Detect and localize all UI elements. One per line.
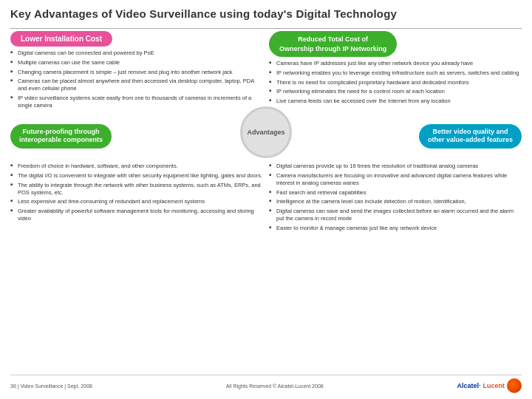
top-section: Lower Installation Cost Digital cameras … — [10, 31, 522, 111]
list-item: Digital cameras can be connected and pow… — [10, 50, 263, 57]
lucent-circle-icon — [507, 378, 522, 393]
list-item: Fast search and retrieval capabilities — [269, 189, 522, 197]
top-divider — [10, 28, 522, 29]
list-item: Cameras can be placed almost anywhere an… — [10, 78, 263, 92]
top-right-section: Reduced Total Cost of Ownership through … — [269, 31, 522, 111]
list-item: Easier to monitor & manage cameras just … — [269, 225, 522, 232]
right-top-bullets: Cameras have IP addresses just like any … — [269, 60, 522, 105]
list-item: The ability to integrate through the net… — [10, 182, 263, 197]
bottom-right-section: Digital cameras provide up to 16 times t… — [269, 163, 522, 372]
list-item: Cameras have IP addresses just like any … — [269, 60, 522, 67]
middle-row: Future-proofing through interoperable co… — [10, 114, 522, 158]
list-item: Less expensive and time-consuming of red… — [10, 198, 263, 205]
list-item: IP video surveillance systems scale easi… — [10, 95, 263, 109]
right-bottom-bullets: Digital cameras provide up to 16 times t… — [269, 163, 522, 231]
alcatel-logo-text: Alcatel· — [457, 382, 480, 389]
list-item: Multiple cameras can use the same cable — [10, 59, 263, 66]
list-item: Changing camera placement is simple – ju… — [10, 69, 263, 76]
bottom-left-section: Freedom of choice in hardware, software,… — [10, 163, 263, 372]
list-item: Freedom of choice in hardware, software,… — [10, 163, 263, 170]
left-top-bullets: Digital cameras can be connected and pow… — [10, 50, 263, 109]
list-item: Live camera feeds can be accessed over t… — [269, 98, 522, 105]
list-item: The digital I/O is convenient to integra… — [10, 172, 263, 180]
list-item: Intelligence at the camera level can inc… — [269, 198, 522, 205]
reduced-tco-badge: Reduced Total Cost of Ownership through … — [269, 31, 397, 57]
left-bottom-bullets: Freedom of choice in hardware, software,… — [10, 163, 263, 222]
list-item: Camera manufacturers are focusing on inn… — [269, 172, 522, 187]
list-item: IP networking enables you to leverage ex… — [269, 69, 522, 77]
footer-center-text: All Rights Reserved © Alcatel-Lucent 200… — [226, 383, 324, 389]
advantages-circle: Advantages — [240, 106, 292, 158]
footer: 36 | Video Surveillance | Sept. 2008 All… — [10, 375, 522, 393]
page: Key Advantages of Video Surveillance usi… — [0, 0, 532, 399]
future-proofing-badge: Future-proofing through interoperable co… — [10, 124, 112, 149]
top-left-section: Lower Installation Cost Digital cameras … — [10, 31, 263, 111]
list-item: There is no need for complicated proprie… — [269, 79, 522, 86]
list-item: IP networking eliminates the need for a … — [269, 88, 522, 95]
better-video-badge: Better video quality and other value-add… — [419, 124, 522, 149]
list-item: Greater availability of powerful softwar… — [10, 208, 263, 222]
bottom-row: Freedom of choice in hardware, software,… — [10, 163, 522, 372]
lower-installation-badge: Lower Installation Cost — [10, 31, 112, 47]
lucent-logo-text: Lucent — [482, 382, 505, 389]
list-item: Digital cameras provide up to 16 times t… — [269, 163, 522, 170]
footer-left-text: 36 | Video Surveillance | Sept. 2008 — [10, 383, 92, 389]
list-item: Digital cameras can save and send the im… — [269, 208, 522, 222]
footer-logo: Alcatel· Lucent — [457, 378, 522, 393]
page-title: Key Advantages of Video Surveillance usi… — [10, 7, 522, 20]
